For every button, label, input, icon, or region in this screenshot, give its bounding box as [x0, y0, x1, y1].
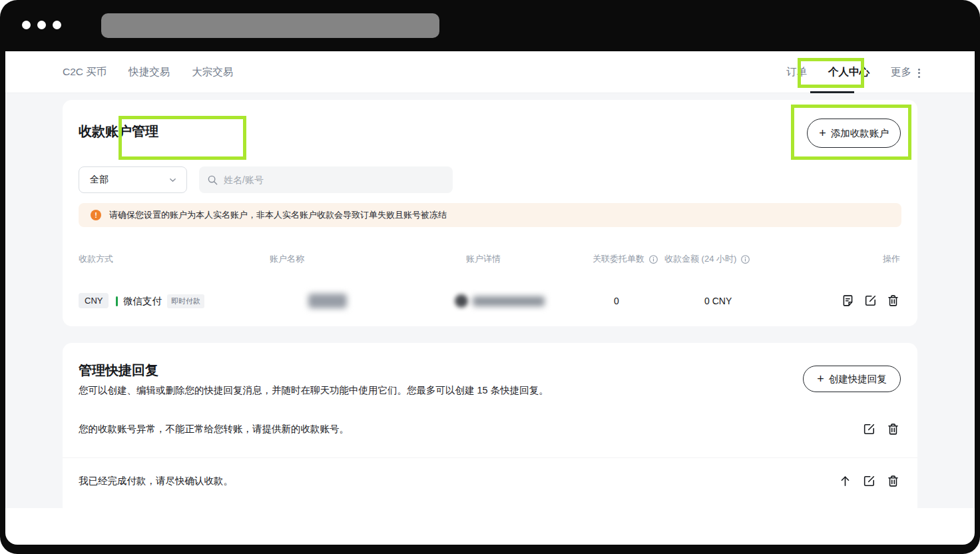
chevron-down-icon	[168, 176, 177, 184]
quick-reply-text: 您的收款账号异常，不能正常给您转账，请提供新的收款账号。	[79, 423, 349, 435]
nav-item-orders[interactable]: 订单	[786, 65, 807, 79]
info-icon[interactable]	[648, 254, 658, 264]
nav-item-profile-center[interactable]: 个人中心	[828, 65, 869, 79]
account-search-input[interactable]	[224, 174, 445, 185]
warning-text: 请确保您设置的账户为本人实名账户，非本人实名账户收款会导致订单失败且账号被冻结	[109, 209, 447, 221]
delete-icon[interactable]	[886, 474, 900, 488]
col-header-linked-orders: 关联委托单数	[593, 253, 658, 265]
browser-window-frame: C2C 买币 快捷交易 大宗交易 订单 个人中心 更多 收款账户管理	[0, 0, 980, 554]
col-header-account-name: 账户名称	[270, 253, 304, 265]
create-quick-reply-button[interactable]: + 创建快捷回复	[803, 366, 901, 392]
screenshot-root: C2C 买币 快捷交易 大宗交易 订单 个人中心 更多 收款账户管理	[0, 0, 980, 554]
account-detail-redacted	[473, 296, 545, 306]
payment-method-name: 微信支付	[123, 295, 162, 308]
payment-accounts-card: 收款账户管理 + 添加收款账户 全部 !	[63, 100, 917, 326]
amount-24h-label: 收款金额 (24 小时)	[664, 253, 736, 265]
plus-icon: +	[817, 373, 824, 385]
currency-badge: CNY	[79, 293, 109, 308]
edit-icon[interactable]	[862, 422, 876, 436]
quick-replies-title: 管理快捷回复	[79, 362, 158, 380]
edit-icon[interactable]	[862, 474, 876, 488]
account-search-box	[199, 166, 453, 193]
quick-replies-card: 管理快捷回复 您可以创建、编辑或删除您的快捷回复消息，并随时在聊天功能中使用它们…	[63, 343, 917, 508]
address-bar[interactable]	[101, 13, 439, 38]
page-viewport: C2C 买币 快捷交易 大宗交易 订单 个人中心 更多 收款账户管理	[5, 51, 975, 545]
create-quick-reply-label: 创建快捷回复	[829, 373, 887, 386]
add-payment-account-label: 添加收款账户	[831, 127, 889, 140]
warning-icon: !	[91, 210, 101, 220]
traffic-light-zoom[interactable]	[53, 21, 61, 29]
nav-item-express-trade[interactable]: 快捷交易	[128, 65, 170, 79]
add-payment-account-button[interactable]: + 添加收款账户	[807, 119, 901, 148]
real-name-warning-banner: ! 请确保您设置的账户为本人实名账户，非本人实名账户收款会导致订单失败且账号被冻…	[79, 203, 901, 227]
payment-accounts-title: 收款账户管理	[79, 123, 158, 140]
quick-reply-actions	[862, 422, 900, 436]
nav-left-group: C2C 买币 快捷交易 大宗交易	[63, 51, 233, 93]
traffic-light-minimize[interactable]	[37, 21, 46, 29]
note-icon[interactable]	[841, 294, 855, 308]
nav-item-more[interactable]: 更多	[891, 65, 911, 79]
quick-reply-text: 我已经完成付款，请尽快确认收款。	[79, 475, 233, 487]
traffic-light-close[interactable]	[22, 21, 31, 29]
more-vertical-icon[interactable]	[918, 67, 920, 78]
instant-pay-badge: 即时付款	[167, 294, 204, 308]
nav-right-group: 订单 个人中心 更多	[786, 51, 920, 93]
delete-icon[interactable]	[886, 422, 900, 436]
wechat-green-bar	[116, 296, 118, 306]
payment-account-row: CNY 微信支付 即时付款 0 0 CNY	[63, 286, 917, 316]
quick-reply-row: 我已经完成付款，请尽快确认收款。	[63, 457, 917, 504]
nav-item-block-trade[interactable]: 大宗交易	[192, 65, 233, 79]
col-header-method: 收款方式	[79, 253, 113, 265]
col-header-actions: 操作	[883, 253, 900, 265]
payment-type-filter-dropdown[interactable]: 全部	[79, 166, 187, 193]
quick-replies-description: 您可以创建、编辑或删除您的快捷回复消息，并随时在聊天功能中使用它们。您最多可以创…	[79, 384, 549, 397]
col-header-account-detail: 账户详情	[466, 253, 501, 265]
filter-selected-value: 全部	[90, 174, 109, 186]
edit-icon[interactable]	[863, 294, 877, 308]
quick-reply-row: 您的收款账号异常，不能正常给您转账，请提供新的收款账号。	[63, 407, 917, 451]
col-header-amount-24h: 收款金额 (24 小时)	[664, 253, 750, 265]
top-nav: C2C 买币 快捷交易 大宗交易 订单 个人中心 更多	[5, 51, 975, 93]
nav-item-c2c-buy[interactable]: C2C 买币	[63, 65, 107, 79]
row-actions	[841, 294, 900, 308]
info-icon[interactable]	[740, 254, 750, 264]
account-avatar-redacted	[455, 294, 468, 308]
account-name-redacted	[308, 294, 347, 308]
quick-reply-actions	[838, 474, 900, 488]
search-icon	[207, 174, 218, 186]
linked-orders-value: 0	[614, 296, 619, 306]
move-up-icon[interactable]	[838, 474, 852, 488]
amount-24h-value: 0 CNY	[704, 296, 732, 306]
linked-orders-label: 关联委托单数	[593, 253, 644, 265]
payment-method: 微信支付 即时付款	[116, 294, 204, 308]
delete-icon[interactable]	[886, 294, 900, 308]
main-content: 收款账户管理 + 添加收款账户 全部 !	[5, 93, 975, 508]
plus-icon: +	[819, 127, 826, 139]
